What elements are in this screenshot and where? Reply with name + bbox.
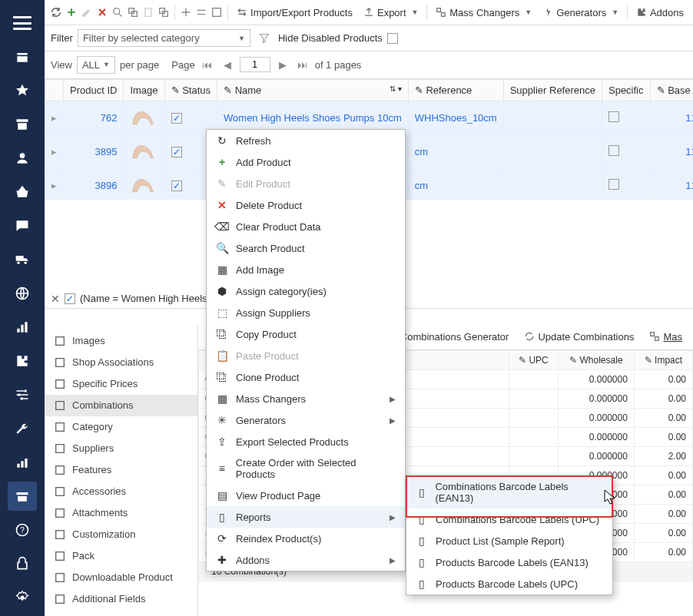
ctx-reindex-product-s-[interactable]: ⟳Reindex Product(s) [207,528,405,549]
nav-user[interactable] [8,144,37,173]
detail-mass-button[interactable]: Mas [645,329,687,345]
cell-image[interactable] [124,134,164,168]
col-impact[interactable]: ✎ Impact [634,350,692,369]
ctx-search-product[interactable]: 🔍Search Product [207,237,405,259]
tree-item-shop-associations[interactable]: Shop Associations [45,352,197,373]
ctx-export-selected-products[interactable]: ⇪Export Selected Products [207,431,405,452]
ctx-create-order-with-selected-products[interactable]: ≡Create Order with Selected Products [207,452,405,485]
expand-toggle[interactable]: ▸ [45,168,64,200]
import-export-button[interactable]: Import/Export Products [232,5,357,21]
nav-archive[interactable] [8,110,37,139]
cell-id[interactable]: 3895 [64,134,124,168]
expand-toggle[interactable]: ▸ [45,134,64,168]
nav-chart[interactable] [8,313,37,342]
filter-dropdown[interactable]: Filter by selected category▼ [78,29,250,47]
nav-bars[interactable] [8,448,37,477]
tree-item-attachments[interactable]: Attachments [45,502,197,524]
nav-store[interactable] [8,42,37,71]
nav-help[interactable]: ? [8,515,37,545]
prev-page-button[interactable]: ◀ [220,57,235,72]
cell-specific[interactable] [602,168,650,200]
last-page-button[interactable]: ⏭ [295,57,310,72]
col-specific[interactable]: Specific [602,79,650,101]
update-combo-button[interactable]: Update Combinations [519,329,638,345]
tree-item-suppliers[interactable]: Suppliers [45,438,197,459]
col-product-id[interactable]: Product ID [64,79,124,101]
tree-item-images[interactable]: Images [45,330,197,352]
expand-toggle[interactable]: ▸ [45,101,64,134]
nav-globe[interactable] [8,279,37,308]
refresh-icon[interactable] [49,3,63,22]
ctx-reports[interactable]: ▯Reports▶ [207,506,405,528]
report-products-barcode-labels-ean13-[interactable]: ▯Products Barcode Labels (EAN13) [406,551,612,573]
tree-item-specific-prices[interactable]: Specific Prices [45,373,197,395]
cell-base[interactable]: 111.00 [650,134,693,168]
col-wholesale[interactable]: ✎ Wholesale [558,350,634,369]
cell-specific[interactable] [602,134,650,168]
clear-filter-icon[interactable] [255,29,274,48]
cell-ref[interactable]: cm [408,168,503,200]
cell-base[interactable]: 111.00 [650,101,693,134]
nav-puzzle[interactable] [8,346,37,376]
nav-wrench[interactable] [8,414,37,443]
generators-button[interactable]: Generators▼ [538,5,623,21]
clone-icon[interactable] [157,3,171,22]
report-combinations-barcode-labels-upc-[interactable]: ▯Combinations Barcode Labels (UPC) [406,508,612,530]
ctx-refresh[interactable]: ↻Refresh [207,130,405,151]
ctx-assign-category-ies-[interactable]: ⬢Assign category(ies) [207,280,405,302]
edit-icon[interactable] [80,3,94,22]
nav-chat[interactable] [8,211,37,240]
col-name[interactable]: ✎ Name ⇅ ▾ [217,79,409,101]
addons-button[interactable]: Addons [632,5,688,21]
tree-item-accessories[interactable]: Accessories [45,481,197,502]
tool-icon-1[interactable] [179,3,193,22]
add-icon[interactable] [65,3,78,22]
cell-ref[interactable]: cm [408,134,503,168]
col-reference[interactable]: ✎ Reference [408,79,503,101]
cell-specific[interactable] [602,101,650,134]
ctx-add-product[interactable]: +Add Product [207,151,405,173]
ctx-delete-product[interactable]: ✕Delete Product [207,194,405,216]
tool-icon-3[interactable] [210,3,224,22]
col-image[interactable]: Image [124,79,164,101]
cell-base[interactable]: 111.00 [650,168,693,200]
nav-sliders[interactable] [8,380,37,409]
mass-changers-button[interactable]: Mass Changers▼ [431,5,536,21]
nav-hamburger[interactable] [8,8,37,38]
ctx-add-image[interactable]: ▦Add Image [207,259,405,280]
tree-item-customization[interactable]: Customization [45,524,197,545]
clear-filter-button[interactable]: ✕ [51,293,60,305]
nav-truck[interactable] [8,245,37,274]
export-button[interactable]: Export▼ [359,5,423,21]
tool-icon-2[interactable] [194,3,208,22]
tree-item-category[interactable]: Category [45,416,197,438]
hide-disabled-checkbox[interactable] [387,33,398,44]
ctx-clone-product[interactable]: ⿻Clone Product [207,366,405,388]
col-supplier-ref[interactable]: Supplier Reference [503,79,602,101]
tree-item-additional-fields[interactable]: Additional Fields [45,588,197,610]
report-product-list-sample-report-[interactable]: ▯Product List (Sample Report) [406,530,612,551]
tree-item-pack[interactable]: Pack [45,545,197,567]
ctx-view-product-page[interactable]: ▤View Product Page [207,485,405,506]
first-page-button[interactable]: ⏮ [200,57,215,72]
ctx-copy-product[interactable]: ⿻Copy Product [207,323,405,345]
report-combinations-barcode-labels-ean13-[interactable]: ▯Combinations Barcode Labels (EAN13) [406,476,612,508]
ctx-addons[interactable]: ✚Addons▶ [207,549,405,571]
cell-image[interactable] [124,101,164,134]
ctx-assign-suppliers[interactable]: ⬚Assign Suppliers [207,302,405,323]
page-input[interactable] [240,57,270,72]
tree-item-downloadable-product[interactable]: Downloadable Product [45,567,197,588]
paste-icon[interactable] [141,3,155,22]
col-status[interactable]: ✎ Status [164,79,217,101]
next-page-button[interactable]: ▶ [275,57,290,72]
nav-basket[interactable] [8,177,37,207]
tree-item-features[interactable]: Features [45,459,197,481]
copy-icon[interactable] [126,3,140,22]
cell-id[interactable]: 762 [64,101,124,134]
ctx-generators[interactable]: ✳Generators▶ [207,409,405,431]
filter-active-checkbox[interactable] [65,293,75,304]
cell-ref[interactable]: WHHShoes_10cm [408,101,503,134]
nav-star[interactable] [8,76,37,105]
delete-icon[interactable] [95,3,109,22]
tree-item-combinations[interactable]: Combinations [45,395,197,416]
